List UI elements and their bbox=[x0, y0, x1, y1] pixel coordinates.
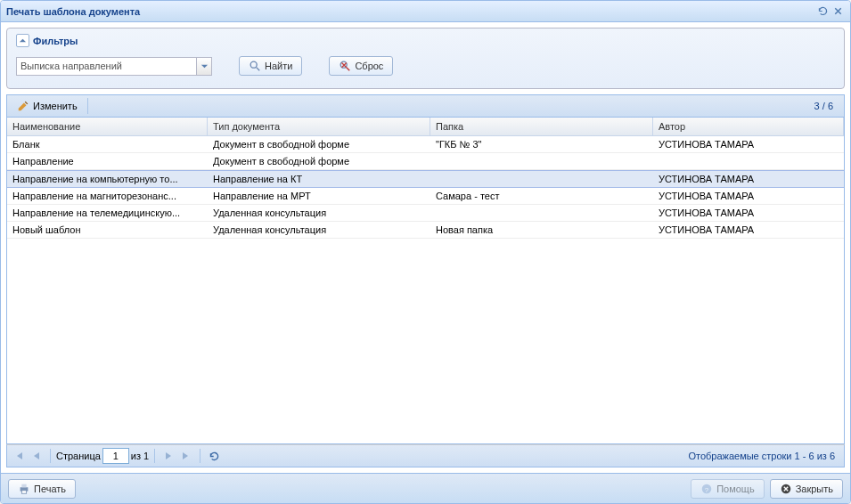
reset-button[interactable]: Сброс bbox=[329, 56, 393, 76]
paging-toolbar: Страница из 1 Отображаемые строки 1 - 6 … bbox=[6, 444, 845, 467]
page-label: Страница bbox=[56, 451, 101, 461]
table-row[interactable]: Направление на телемедицинскую...Удаленн… bbox=[7, 205, 844, 222]
cell-author: УСТИНОВА ТАМАРА bbox=[653, 205, 844, 221]
next-page-icon[interactable] bbox=[160, 448, 176, 464]
grid-body: БланкДокумент в свободной форме"ГКБ № 3"… bbox=[7, 136, 844, 443]
grid: Наименование Тип документа Папка Автор Б… bbox=[6, 118, 845, 444]
edit-button[interactable]: Изменить bbox=[11, 97, 84, 115]
cell-author: УСТИНОВА ТАМАРА bbox=[653, 171, 844, 187]
cell-folder bbox=[430, 171, 653, 187]
grid-header: Наименование Тип документа Папка Автор bbox=[7, 118, 844, 136]
cell-folder: Новая папка bbox=[430, 222, 653, 238]
cell-name: Направление на телемедицинскую... bbox=[7, 205, 208, 221]
table-row[interactable]: Направление на компьютерную то...Направл… bbox=[7, 170, 844, 188]
cell-type: Направление на КТ bbox=[208, 171, 430, 187]
filter-combo-input[interactable] bbox=[16, 57, 212, 76]
chevron-down-icon[interactable] bbox=[196, 58, 211, 75]
cell-type: Удаленная консультация bbox=[208, 222, 430, 238]
page-input[interactable] bbox=[102, 448, 129, 464]
close-button[interactable]: Закрыть bbox=[770, 479, 843, 499]
svg-rect-3 bbox=[21, 484, 26, 487]
cell-name: Новый шаблон bbox=[7, 222, 208, 238]
row-count: 3 / 6 bbox=[814, 101, 840, 111]
help-icon: ? bbox=[700, 483, 713, 495]
close-icon[interactable] bbox=[831, 4, 845, 18]
svg-point-0 bbox=[250, 61, 257, 68]
search-icon bbox=[249, 60, 261, 72]
cell-author: УСТИНОВА ТАМАРА bbox=[653, 222, 844, 238]
col-folder[interactable]: Папка bbox=[430, 118, 653, 135]
cell-type: Документ в свободной форме bbox=[208, 136, 430, 152]
cell-type: Направление на МРТ bbox=[208, 188, 430, 204]
grid-toolbar: Изменить 3 / 6 bbox=[6, 94, 845, 118]
table-row[interactable]: Новый шаблонУдаленная консультацияНовая … bbox=[7, 222, 844, 239]
page-of: из 1 bbox=[131, 451, 149, 461]
prev-page-icon[interactable] bbox=[29, 448, 45, 464]
window-title: Печать шаблона документа bbox=[6, 6, 814, 17]
table-row[interactable]: Направление на магниторезонанс...Направл… bbox=[7, 188, 844, 205]
cell-name: Направление на компьютерную то... bbox=[7, 171, 208, 187]
col-author[interactable]: Автор bbox=[653, 118, 844, 135]
reset-icon bbox=[339, 60, 351, 72]
col-type[interactable]: Тип документа bbox=[208, 118, 430, 135]
table-row[interactable]: БланкДокумент в свободной форме"ГКБ № 3"… bbox=[7, 136, 844, 153]
svg-text:?: ? bbox=[705, 485, 709, 493]
filters-legend: Фильтры bbox=[33, 36, 78, 46]
refresh-page-icon[interactable] bbox=[206, 448, 222, 464]
cell-author: УСТИНОВА ТАМАРА bbox=[653, 136, 844, 152]
cancel-icon bbox=[780, 483, 792, 495]
filter-combo[interactable] bbox=[16, 57, 212, 76]
cell-type: Удаленная консультация bbox=[208, 205, 430, 221]
cell-author bbox=[653, 153, 844, 169]
print-button[interactable]: Печать bbox=[8, 479, 76, 499]
printer-icon bbox=[18, 483, 30, 495]
last-page-icon[interactable] bbox=[178, 448, 194, 464]
footer: Печать ? Помощь Закрыть bbox=[1, 473, 850, 503]
paging-info: Отображаемые строки 1 - 6 из 6 bbox=[688, 451, 840, 461]
find-button[interactable]: Найти bbox=[239, 56, 302, 76]
cell-folder bbox=[430, 205, 653, 221]
cell-folder bbox=[430, 153, 653, 169]
cell-author: УСТИНОВА ТАМАРА bbox=[653, 188, 844, 204]
cell-folder: Самара - тест bbox=[430, 188, 653, 204]
col-name[interactable]: Наименование bbox=[7, 118, 208, 135]
refresh-icon[interactable] bbox=[816, 4, 830, 18]
table-row[interactable]: НаправлениеДокумент в свободной форме bbox=[7, 153, 844, 170]
titlebar: Печать шаблона документа bbox=[1, 1, 850, 22]
cell-name: Бланк bbox=[7, 136, 208, 152]
collapse-up-icon[interactable] bbox=[16, 34, 29, 47]
cell-type: Документ в свободной форме bbox=[208, 153, 430, 169]
window: Печать шаблона документа Фильтры bbox=[0, 0, 851, 504]
filters-fieldset: Фильтры Найти Сброс bbox=[6, 28, 845, 89]
help-button: ? Помощь bbox=[691, 479, 765, 499]
svg-rect-4 bbox=[21, 490, 26, 493]
first-page-icon[interactable] bbox=[11, 448, 27, 464]
cell-folder: "ГКБ № 3" bbox=[430, 136, 653, 152]
cell-name: Направление на магниторезонанс... bbox=[7, 188, 208, 204]
pencil-icon bbox=[17, 100, 29, 112]
cell-name: Направление bbox=[7, 153, 208, 169]
